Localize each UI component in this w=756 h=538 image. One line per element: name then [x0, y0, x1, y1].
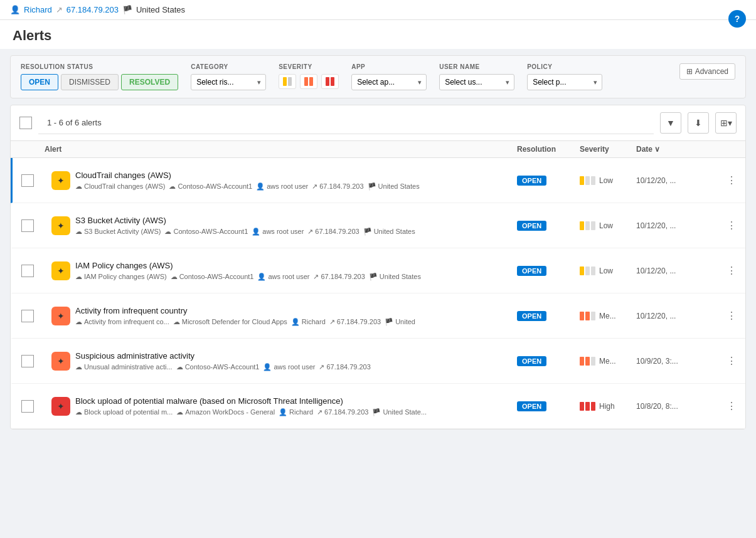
- alert-meta: ☁IAM Policy changes (AWS) ☁Contoso-AWS-A…: [75, 273, 421, 281]
- row-checkbox[interactable]: [21, 355, 46, 367]
- app-filter-group: APP Select ap...: [351, 63, 427, 90]
- severity-low-icon[interactable]: [279, 74, 296, 89]
- severity-bars: [580, 221, 595, 230]
- username-select[interactable]: Select us...: [439, 74, 514, 90]
- username-filter-group: USER NAME Select us...: [439, 63, 514, 90]
- alert-content: ✦ Block upload of potential malware (bas…: [46, 396, 517, 416]
- severity-icons: [279, 74, 339, 89]
- table-row[interactable]: ✦ Suspicious administrative activity ☁Un…: [11, 339, 745, 384]
- help-button[interactable]: ?: [728, 10, 746, 28]
- meta-policy: ☁Unusual administrative acti...: [75, 363, 173, 371]
- alert-meta: ☁Unusual administrative acti... ☁Contoso…: [75, 363, 371, 371]
- policy-select[interactable]: Select p...: [527, 74, 602, 90]
- cloud-icon: ☁: [164, 228, 171, 236]
- meta-location: 🏴United: [385, 318, 415, 326]
- advanced-wrapper: ⊞ Advanced: [679, 63, 735, 80]
- flag-icon: 🏴: [368, 182, 376, 191]
- alert-icon: ✦: [51, 397, 70, 416]
- open-badge: OPEN: [517, 266, 546, 276]
- filter-button[interactable]: ▼: [660, 112, 681, 134]
- more-button[interactable]: ⋮: [724, 309, 739, 323]
- advanced-button[interactable]: ⊞ Advanced: [679, 63, 735, 80]
- severity-bars: [580, 312, 595, 320]
- export-button[interactable]: ⬇: [688, 112, 709, 134]
- columns-button[interactable]: ⊞▾: [715, 112, 737, 134]
- table-row[interactable]: ✦ S3 Bucket Activity (AWS) ☁S3 Bucket Ac…: [11, 203, 745, 248]
- more-button[interactable]: ⋮: [724, 218, 739, 233]
- table-row[interactable]: ✦ Block upload of potential malware (bas…: [11, 384, 745, 429]
- more-button[interactable]: ⋮: [724, 399, 739, 413]
- table-toolbar: 1 - 6 of 6 alerts ▼ ⬇ ⊞▾: [11, 105, 745, 141]
- severity-high-icon[interactable]: [321, 74, 339, 89]
- select-all-checkbox[interactable]: [19, 117, 32, 129]
- severity-bar-1: [585, 176, 590, 185]
- row-select-checkbox[interactable]: [21, 310, 34, 322]
- cloud-icon: ☁: [173, 318, 180, 326]
- more-button[interactable]: ⋮: [724, 354, 739, 368]
- meta-user: 👤Richard: [279, 408, 313, 416]
- severity-bar-2: [591, 221, 595, 230]
- more-button[interactable]: ⋮: [724, 263, 739, 278]
- cloud-icon: ☁: [169, 182, 176, 191]
- row-select-checkbox[interactable]: [21, 174, 34, 187]
- row-select-checkbox[interactable]: [21, 400, 34, 413]
- meta-location: 🏴United State...: [372, 408, 427, 416]
- header-date-col[interactable]: Date ∨: [636, 145, 724, 154]
- link-icon: ↗: [312, 182, 317, 191]
- severity-bar-1: [585, 312, 590, 320]
- row-checkbox[interactable]: [21, 219, 46, 232]
- alert-title[interactable]: CloudTrail changes (AWS): [75, 171, 420, 180]
- alert-content: ✦ IAM Policy changes (AWS) ☁IAM Policy c…: [46, 261, 517, 281]
- open-button[interactable]: OPEN: [21, 74, 58, 90]
- page-title: Alerts: [0, 20, 756, 49]
- resolution-cell: OPEN: [517, 401, 580, 411]
- row-checkbox[interactable]: [21, 265, 46, 277]
- alert-title[interactable]: Block upload of potential malware (based…: [75, 396, 427, 406]
- severity-label: SEVERITY: [279, 63, 339, 70]
- severity-bar-1: [585, 266, 590, 275]
- more-button[interactable]: ⋮: [724, 173, 739, 187]
- row-checkbox[interactable]: [21, 400, 46, 413]
- row-select-checkbox[interactable]: [21, 219, 34, 232]
- severity-cell: Low: [580, 266, 636, 275]
- user-ip[interactable]: 67.184.79.203: [67, 5, 119, 14]
- row-checkbox[interactable]: [21, 174, 46, 187]
- alert-title[interactable]: Activity from infrequent country: [75, 306, 415, 315]
- alert-icon: ✦: [51, 307, 70, 325]
- app-label: APP: [351, 63, 427, 70]
- alert-meta: ☁Block upload of potential m... ☁Amazon …: [75, 408, 427, 416]
- more-actions-cell: ⋮: [724, 218, 737, 233]
- row-select-checkbox[interactable]: [21, 355, 34, 367]
- table-row[interactable]: ✦ Activity from infrequent country ☁Acti…: [11, 293, 745, 339]
- link-icon: ↗: [307, 228, 313, 236]
- user-name[interactable]: Richard: [24, 5, 52, 14]
- alert-title[interactable]: IAM Policy changes (AWS): [75, 261, 421, 270]
- link-icon: ↗: [319, 363, 324, 371]
- row-select-checkbox[interactable]: [21, 265, 34, 277]
- alert-title[interactable]: S3 Bucket Activity (AWS): [75, 216, 415, 225]
- row-checkbox[interactable]: [21, 310, 46, 322]
- username-label: USER NAME: [439, 63, 514, 70]
- more-actions-cell: ⋮: [724, 309, 737, 323]
- category-select[interactable]: Select ris...: [191, 74, 266, 90]
- alert-title[interactable]: Suspicious administrative activity: [75, 351, 371, 361]
- severity-bar-0: [580, 402, 584, 411]
- table-row[interactable]: ✦ IAM Policy changes (AWS) ☁IAM Policy c…: [11, 248, 745, 293]
- resolved-button[interactable]: RESOLVED: [121, 74, 178, 90]
- download-icon: ⬇: [695, 118, 702, 128]
- meta-app: ☁Microsoft Defender for Cloud Apps: [173, 318, 287, 326]
- severity-medium-icon[interactable]: [300, 74, 317, 89]
- dismissed-button[interactable]: DISMISSED: [61, 74, 119, 90]
- resolution-cell: OPEN: [517, 266, 580, 276]
- date-cell: 10/12/20, ...: [636, 312, 724, 320]
- app-select[interactable]: Select ap...: [351, 74, 427, 90]
- meta-ip: ↗67.184.79.203: [329, 318, 381, 326]
- meta-ip: ↗67.184.79.203: [319, 363, 370, 371]
- open-badge: OPEN: [517, 401, 546, 411]
- user-icon: 👤: [291, 318, 300, 326]
- resolution-cell: OPEN: [517, 176, 580, 186]
- app-select-wrapper: Select ap...: [351, 74, 427, 90]
- table-row[interactable]: ✦ CloudTrail changes (AWS) ☁CloudTrail c…: [11, 158, 745, 203]
- meta-user: 👤aws root user: [263, 363, 315, 371]
- severity-text: Low: [599, 176, 613, 185]
